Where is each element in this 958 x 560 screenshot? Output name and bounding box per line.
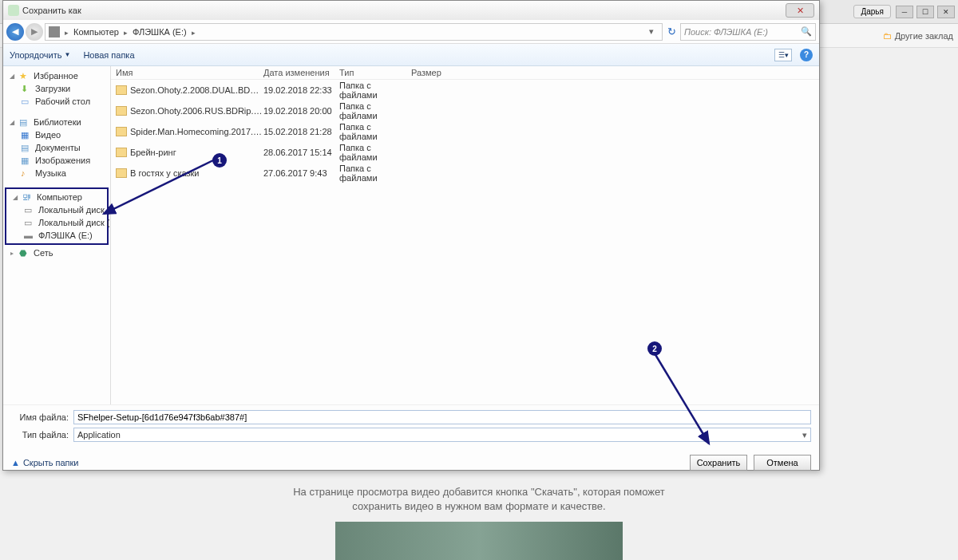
tree-flash[interactable]: ▬ФЛЭШКА (E:): [6, 229, 107, 242]
search-placeholder: Поиск: ФЛЭШКА (E:): [684, 27, 768, 37]
organize-menu[interactable]: Упорядочить▼: [10, 50, 70, 60]
search-input[interactable]: Поиск: ФЛЭШКА (E:) 🔍: [680, 23, 816, 41]
file-name-label: Имя файла:: [11, 412, 69, 422]
col-date[interactable]: Дата изменения: [263, 68, 339, 77]
forward-button[interactable]: ▶: [26, 23, 43, 41]
tree-computer[interactable]: ◢🖳Компьютер: [6, 191, 107, 203]
save-as-dialog: Сохранить как ✕ ◀ ▶ Компьютер ФЛЭШКА (E:…: [2, 0, 820, 471]
tree-libraries[interactable]: ◢▤Библиотеки: [3, 116, 110, 128]
file-type: Папка с файлами: [339, 81, 411, 100]
crumb-flash[interactable]: ФЛЭШКА (E:): [133, 27, 187, 37]
col-size[interactable]: Размер: [411, 68, 459, 77]
nav-tree: ◢★Избранное ⬇Загрузки ▭Рабочий стол ◢▤Би…: [3, 66, 111, 404]
tree-pictures[interactable]: ▦Изображения: [3, 154, 110, 167]
page-caption: На странице просмотра видео добавится кн…: [0, 485, 958, 514]
annotation-badge-2: 2: [647, 341, 662, 356]
annotation-box: ◢🖳Компьютер ▭Локальный диск (C ▭Локальны…: [5, 187, 109, 245]
file-name-input[interactable]: [73, 410, 811, 424]
file-row[interactable]: Sezon.Ohoty.2.2008.DUAL.BDRip.RERip.X...…: [111, 80, 819, 101]
file-name: В гостях у сказки: [130, 168, 263, 178]
dialog-footer: Имя файла: Тип файла: Application: [3, 404, 819, 450]
breadcrumb-bar[interactable]: Компьютер ФЛЭШКА (E:) ▾: [45, 23, 663, 41]
tree-downloads[interactable]: ⬇Загрузки: [3, 82, 110, 95]
command-bar: Упорядочить▼ Новая папка ☰▾ ?: [3, 44, 819, 66]
tree-favorites[interactable]: ◢★Избранное: [3, 69, 110, 82]
dialog-actions: ▲Скрыть папки Сохранить Отмена: [3, 450, 819, 477]
user-badge[interactable]: Дарья: [853, 5, 891, 18]
save-button[interactable]: Сохранить: [690, 455, 747, 471]
dialog-nav-bar: ◀ ▶ Компьютер ФЛЭШКА (E:) ▾ ↻ Поиск: ФЛЭ…: [3, 20, 819, 44]
folder-icon: [116, 148, 127, 157]
folder-icon: [116, 85, 127, 95]
close-button[interactable]: ✕: [937, 6, 955, 18]
drive-icon: [49, 26, 60, 37]
crumb-computer[interactable]: Компьютер: [73, 27, 119, 37]
folder-icon: [116, 106, 127, 116]
folder-icon: 🗀: [883, 31, 892, 41]
refresh-button[interactable]: ↻: [664, 25, 679, 39]
tree-disk-d[interactable]: ▭Локальный диск (D: [6, 216, 107, 229]
crumb-dropdown-icon[interactable]: ▾: [644, 26, 659, 37]
tree-documents[interactable]: ▤Документы: [3, 141, 110, 154]
file-date: 15.02.2018 21:28: [263, 127, 339, 136]
view-mode-button[interactable]: ☰▾: [774, 49, 792, 61]
tree-desktop[interactable]: ▭Рабочий стол: [3, 95, 110, 108]
bookmarks-label[interactable]: Другие заклад: [895, 31, 953, 41]
app-icon: [8, 5, 19, 16]
hide-folders-link[interactable]: ▲Скрыть папки: [11, 458, 78, 467]
tree-network[interactable]: ▸⬣Сеть: [3, 246, 110, 259]
file-type-select[interactable]: Application: [73, 428, 811, 442]
file-type: Папка с файлами: [339, 122, 411, 141]
search-icon: 🔍: [801, 26, 812, 37]
help-button[interactable]: ?: [800, 49, 813, 61]
file-name: Sezon.Ohoty.2006.RUS.BDRip.XviD.AC3.-...: [130, 106, 263, 116]
file-type: Папка с файлами: [339, 101, 411, 120]
file-type-label: Тип файла:: [11, 430, 69, 440]
back-button[interactable]: ◀: [6, 23, 24, 41]
column-headers[interactable]: Имя Дата изменения Тип Размер: [111, 66, 819, 80]
annotation-badge-1: 1: [212, 153, 227, 168]
file-type: Папка с файлами: [339, 164, 411, 183]
file-name: Sezon.Ohoty.2.2008.DUAL.BDRip.RERip.X...: [130, 85, 263, 95]
file-list: Имя Дата изменения Тип Размер Sezon.Ohot…: [111, 66, 819, 404]
page-thumbnail: [335, 522, 623, 560]
file-date: 28.06.2017 15:14: [263, 148, 339, 157]
tree-music[interactable]: ♪Музыка: [3, 167, 110, 179]
dialog-titlebar: Сохранить как ✕: [3, 1, 819, 20]
tree-videos[interactable]: ▦Видео: [3, 128, 110, 141]
minimize-button[interactable]: ─: [896, 6, 913, 18]
caption-line: сохранить видео в нужном вам формате и к…: [0, 499, 958, 514]
file-name: Брейн-ринг: [130, 148, 263, 157]
dialog-title: Сохранить как: [22, 6, 81, 15]
file-row[interactable]: Spider.Man.Homecoming.2017.BDRip.1.4...1…: [111, 121, 819, 142]
file-row[interactable]: Sezon.Ohoty.2006.RUS.BDRip.XviD.AC3.-...…: [111, 101, 819, 121]
caption-line: На странице просмотра видео добавится кн…: [0, 485, 958, 499]
new-folder-button[interactable]: Новая папка: [83, 50, 134, 60]
folder-icon: [116, 127, 127, 136]
tree-disk-c[interactable]: ▭Локальный диск (C: [6, 203, 107, 216]
col-type[interactable]: Тип: [339, 68, 411, 77]
file-name: Spider.Man.Homecoming.2017.BDRip.1.4...: [130, 127, 263, 136]
folder-icon: [116, 168, 127, 178]
maximize-button[interactable]: ☐: [916, 6, 934, 18]
file-date: 27.06.2017 9:43: [263, 168, 339, 178]
file-type: Папка с файлами: [339, 143, 411, 162]
cancel-button[interactable]: Отмена: [754, 455, 811, 471]
file-date: 19.02.2018 22:33: [263, 85, 339, 95]
dialog-close-button[interactable]: ✕: [786, 3, 814, 18]
window-controls: ─ ☐ ✕: [896, 6, 958, 18]
col-name[interactable]: Имя: [116, 68, 263, 77]
file-date: 19.02.2018 20:00: [263, 106, 339, 116]
